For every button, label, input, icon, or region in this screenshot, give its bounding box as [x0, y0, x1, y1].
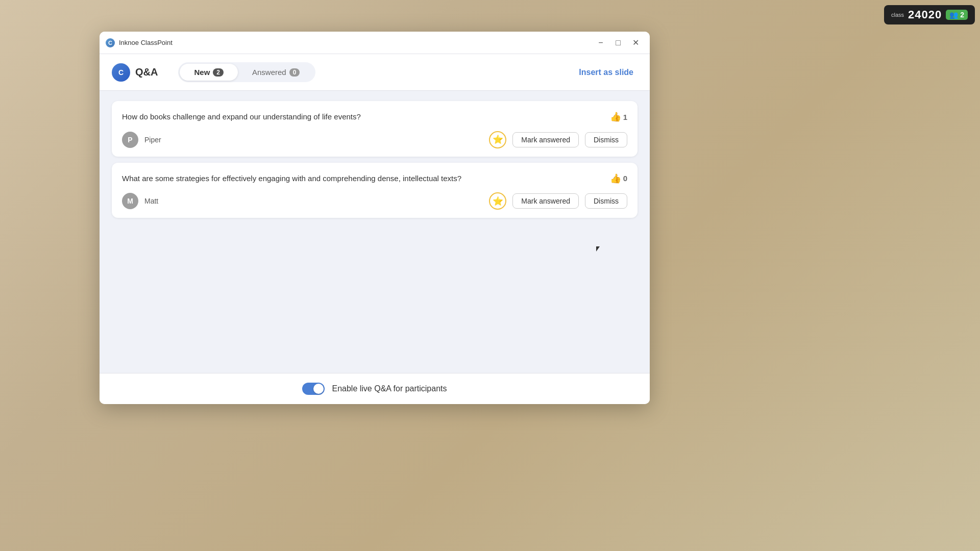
thumbs-up-icon-2: 👍 — [610, 173, 621, 184]
question-2-text: What are some strategies for effectively… — [122, 173, 610, 185]
mark-answered-button-2[interactable]: Mark answered — [512, 193, 579, 209]
qa-title: Q&A — [135, 66, 158, 78]
class-label: class — [891, 12, 904, 18]
avatar-matt: M — [122, 193, 138, 209]
dialog-window: C Inknoe ClassPoint − □ ✕ C Q&A New 2 An… — [100, 32, 650, 404]
thumbs-up-icon-1: 👍 — [610, 111, 621, 122]
qa-logo-letter: C — [118, 68, 124, 77]
users-count: 2 — [960, 11, 964, 19]
question-1-top: How do books challenge and expand our un… — [122, 111, 627, 123]
app-icon-letter: C — [108, 40, 112, 46]
avatar-piper: P — [122, 132, 138, 148]
author-name-1: Piper — [144, 136, 483, 144]
question-2-bottom: M Matt ⭐ Mark answered Dismiss — [122, 192, 627, 210]
question-2-likes: 👍 0 — [610, 173, 627, 184]
question-2-top: What are some strategies for effectively… — [122, 173, 627, 185]
question-1-text: How do books challenge and expand our un… — [122, 111, 610, 123]
title-bar: C Inknoe ClassPoint − □ ✕ — [100, 32, 650, 54]
question-1-bottom: P Piper ⭐ Mark answered Dismiss — [122, 131, 627, 148]
star-button-2[interactable]: ⭐ — [489, 192, 506, 210]
dialog-footer: Enable live Q&A for participants — [100, 373, 650, 404]
author-name-2: Matt — [144, 197, 483, 205]
dialog-header: C Q&A New 2 Answered 0 Insert as slide — [100, 54, 650, 91]
tab-new-badge: 2 — [213, 68, 224, 77]
window-controls: − □ ✕ — [593, 36, 644, 50]
tab-answered[interactable]: Answered 0 — [238, 64, 314, 81]
mark-answered-button-1[interactable]: Mark answered — [512, 132, 579, 147]
tab-answered-label: Answered — [252, 68, 286, 77]
maximize-button[interactable]: □ — [610, 36, 626, 50]
tab-group: New 2 Answered 0 — [178, 62, 315, 82]
class-code: 24020 — [908, 8, 942, 21]
minimize-button[interactable]: − — [593, 36, 609, 50]
tab-new-label: New — [194, 68, 210, 77]
like-count-2: 0 — [623, 174, 627, 183]
avatar-matt-initial: M — [127, 197, 133, 205]
users-badge: 👥 2 — [946, 10, 968, 20]
question-card-1: How do books challenge and expand our un… — [112, 101, 638, 157]
questions-content: How do books challenge and expand our un… — [100, 91, 650, 373]
close-button[interactable]: ✕ — [627, 36, 644, 50]
app-icon: C — [106, 38, 115, 47]
window-title: Inknoe ClassPoint — [119, 39, 589, 46]
tab-answered-badge: 0 — [289, 68, 300, 77]
question-1-likes: 👍 1 — [610, 111, 627, 122]
question-card-2: What are some strategies for effectively… — [112, 163, 638, 218]
enable-qa-label: Enable live Q&A for participants — [332, 384, 447, 393]
users-icon-symbol: 👥 — [949, 11, 958, 19]
dismiss-button-1[interactable]: Dismiss — [585, 132, 627, 147]
enable-qa-toggle[interactable] — [302, 383, 325, 395]
dismiss-button-2[interactable]: Dismiss — [585, 193, 627, 209]
like-count-1: 1 — [623, 113, 627, 121]
qa-logo: C Q&A — [112, 63, 158, 82]
class-code-badge: class 24020 👥 2 — [884, 5, 975, 24]
tab-new[interactable]: New 2 — [180, 64, 238, 81]
avatar-piper-initial: P — [128, 136, 132, 144]
qa-logo-icon: C — [112, 63, 130, 82]
insert-as-slide-button[interactable]: Insert as slide — [575, 66, 638, 79]
star-button-1[interactable]: ⭐ — [489, 131, 506, 148]
